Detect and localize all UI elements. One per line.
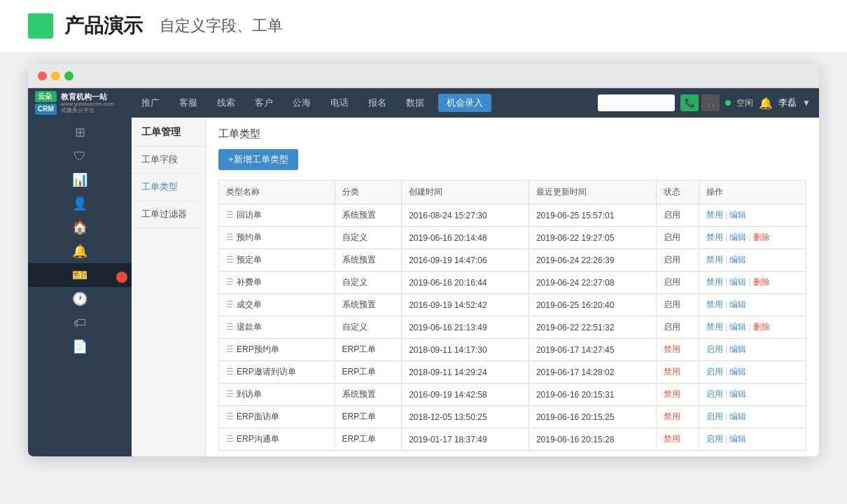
action-link[interactable]: 编辑	[729, 367, 746, 377]
table-row: ☰ERP邀请到访单ERP工单2018-09-11 14:29:242019-06…	[219, 361, 806, 384]
cell-name: ☰ERP面访单	[219, 406, 335, 428]
cell-actions: 禁用|编辑|删除	[699, 227, 806, 249]
main-content: ⊞ 🛡 📊 👤 🏠 🔔 🎫	[28, 118, 819, 456]
nav-item-leads[interactable]: 线索	[207, 88, 245, 118]
action-separator: |	[725, 210, 727, 220]
action-link[interactable]: 启用	[706, 389, 723, 399]
sidebar-item-chart[interactable]: 📊	[28, 168, 132, 192]
cell-status: 禁用	[656, 384, 699, 406]
close-button[interactable]	[38, 71, 47, 80]
sidebar-item-shield[interactable]: 🛡	[28, 144, 132, 168]
person-icon: 👤	[72, 197, 88, 210]
sidebar-item-bell[interactable]: 🔔	[28, 239, 132, 263]
cell-name: ☰回访单	[219, 204, 335, 227]
notification-bell-icon[interactable]: 🔔	[759, 97, 773, 110]
table-row: ☰回访单系统预置2016-08-24 15:27:302019-06-25 15…	[219, 204, 806, 227]
nav-item-promote[interactable]: 推广	[132, 88, 169, 118]
sidebar-item-tag[interactable]: 🏷	[28, 311, 132, 335]
action-delete-link[interactable]: 删除	[753, 232, 770, 242]
status-badge: 禁用	[664, 434, 680, 444]
nav-item-signup[interactable]: 报名	[358, 88, 396, 118]
action-link[interactable]: 编辑	[729, 412, 746, 421]
user-dropdown-icon[interactable]: ▼	[802, 98, 811, 108]
sidebar-item-doc[interactable]: 📄	[28, 335, 132, 358]
nav-item-clients[interactable]: 客户	[245, 88, 283, 118]
action-link[interactable]: 启用	[706, 434, 723, 444]
col-header-updated: 最近更新时间	[528, 181, 656, 204]
action-delete-link[interactable]: 删除	[753, 322, 770, 332]
col-header-category: 分类	[335, 181, 402, 204]
cell-updated: 2019-06-17 14:27:45	[528, 339, 656, 361]
sub-sidebar-item-fields[interactable]: 工单字段	[132, 146, 205, 174]
sidebar-item-clock[interactable]: 🕐	[28, 287, 132, 311]
action-link[interactable]: 禁用	[706, 300, 723, 309]
status-badge: 禁用	[664, 412, 680, 421]
nav-item-public-sea[interactable]: 公海	[283, 88, 321, 118]
logo-icon: 云朵	[35, 91, 57, 102]
add-type-button[interactable]: +新增工单类型	[218, 149, 298, 170]
cell-created: 2019-01-17 18:37:49	[402, 428, 529, 451]
action-link[interactable]: 编辑	[729, 322, 746, 332]
sidebar: ⊞ 🛡 📊 👤 🏠 🔔 🎫	[28, 118, 132, 456]
cell-category: 自定义	[335, 272, 402, 294]
cell-category: ERP工单	[335, 406, 402, 428]
cell-status: 禁用	[656, 406, 699, 428]
action-separator: |	[725, 255, 727, 265]
action-separator: |	[725, 322, 727, 332]
nav-item-phone[interactable]: 电话	[321, 88, 358, 118]
action-link[interactable]: 编辑	[729, 277, 746, 287]
logo-text: 教育机构一站	[61, 92, 114, 102]
action-link[interactable]: 启用	[706, 412, 723, 421]
cell-updated: 2019-06-16 20:15:31	[528, 384, 656, 406]
ticket-icon: 🎫	[72, 269, 88, 281]
nav-item-opportunity[interactable]: 机会录入	[438, 94, 491, 112]
sub-sidebar-item-filters[interactable]: 工单过滤器	[132, 201, 205, 228]
action-link[interactable]: 启用	[706, 344, 723, 354]
cell-updated: 2019-06-22 19:27:05	[528, 227, 656, 249]
sidebar-item-ticket[interactable]: 🎫	[28, 263, 132, 287]
action-link[interactable]: 编辑	[729, 434, 746, 444]
cell-updated: 2019-06-22 22:51:32	[528, 316, 656, 339]
action-link[interactable]: 编辑	[729, 344, 746, 354]
drag-icon: ☰	[226, 232, 234, 242]
cell-status: 启用	[656, 204, 699, 227]
action-delete-link[interactable]: 删除	[753, 277, 770, 287]
sidebar-item-grid[interactable]: ⊞	[28, 120, 132, 144]
action-link[interactable]: 启用	[706, 367, 723, 377]
action-link[interactable]: 编辑	[729, 210, 746, 220]
nav-item-data[interactable]: 数据	[396, 88, 434, 118]
maximize-button[interactable]	[64, 71, 74, 80]
drag-icon: ☰	[226, 277, 234, 287]
sub-sidebar: 工单管理 工单字段 工单类型 工单过滤器	[132, 118, 206, 456]
browser-chrome	[28, 64, 819, 88]
action-link[interactable]: 编辑	[729, 232, 746, 242]
status-dot	[725, 100, 731, 106]
sub-sidebar-item-types[interactable]: 工单类型	[132, 174, 205, 201]
action-link[interactable]: 编辑	[729, 255, 746, 265]
user-name[interactable]: 李磊	[778, 97, 797, 109]
headset-icon[interactable]: 🎧	[701, 94, 720, 111]
top-nav: 云朵 CRM 教育机构一站 www.yunduocrm.com 式服务云平台 推…	[28, 88, 819, 118]
search-input[interactable]	[598, 94, 675, 111]
phone-icon[interactable]: 📞	[680, 94, 699, 111]
action-link[interactable]: 禁用	[706, 322, 723, 332]
app-wrapper: 云朵 CRM 教育机构一站 www.yunduocrm.com 式服务云平台 推…	[28, 88, 819, 456]
action-link[interactable]: 编辑	[729, 389, 746, 399]
sidebar-item-home[interactable]: 🏠	[28, 216, 132, 239]
nav-item-customer-service[interactable]: 客服	[169, 88, 207, 118]
cell-name: ☰ERP邀请到访单	[219, 361, 335, 384]
cell-status: 启用	[656, 227, 699, 249]
action-link[interactable]: 禁用	[706, 232, 723, 242]
logo-area: 云朵 CRM 教育机构一站 www.yunduocrm.com 式服务云平台	[28, 88, 132, 118]
sidebar-item-person[interactable]: 👤	[28, 192, 132, 216]
drag-icon: ☰	[226, 412, 234, 421]
minimize-button[interactable]	[51, 71, 60, 80]
action-link[interactable]: 禁用	[706, 255, 723, 265]
cell-category: ERP工单	[335, 428, 402, 451]
action-link[interactable]: 禁用	[706, 210, 723, 220]
shield-icon: 🛡	[74, 150, 86, 162]
action-link[interactable]: 编辑	[729, 300, 746, 309]
tag-icon: 🏷	[74, 316, 86, 329]
action-link[interactable]: 禁用	[706, 277, 723, 287]
cell-status: 启用	[656, 294, 699, 316]
